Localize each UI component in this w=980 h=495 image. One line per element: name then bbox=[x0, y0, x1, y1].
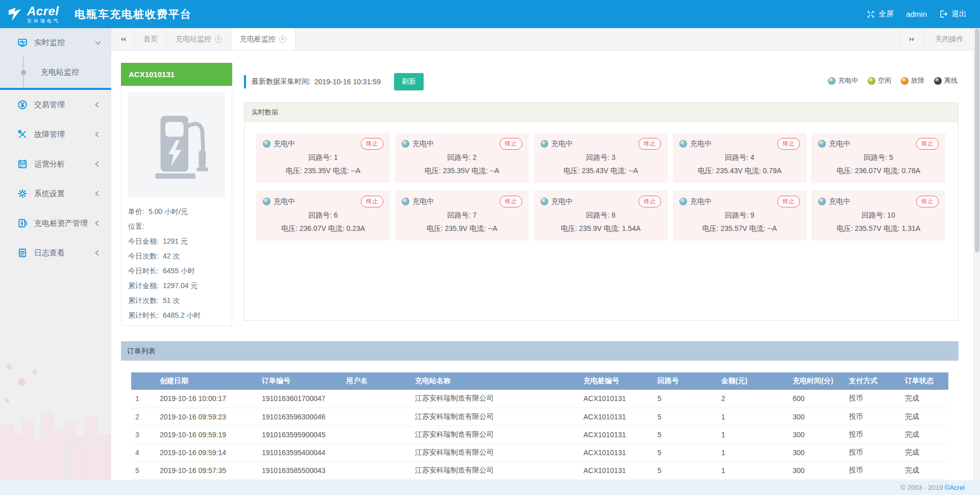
collect-time-bar: 最新数据采集时间: 2019-10-16 10:31:59 刷新 bbox=[244, 73, 424, 90]
circuit-number: 回路号: 9 bbox=[679, 211, 800, 220]
circuit-card: 充电中终止回路号: 4电压: 235.43V 电流: 0.79A bbox=[673, 133, 806, 183]
fullscreen-button[interactable]: 全屏 bbox=[867, 9, 894, 19]
terminate-button[interactable]: 终止 bbox=[639, 196, 661, 207]
circuit-number: 回路号: 1 bbox=[263, 153, 383, 162]
legend-item: 故障 bbox=[901, 76, 924, 85]
circuit-card: 充电中终止回路号: 8电压: 235.9V 电流: 1.54A bbox=[534, 191, 668, 241]
card-status-label: 充电中 bbox=[551, 139, 573, 149]
sidebar-item-system-settings[interactable]: 系统设置 bbox=[0, 179, 111, 208]
orders-column-header: 充电时间(分) bbox=[789, 372, 845, 390]
device-stat: 今日次数:42 次 bbox=[128, 249, 225, 264]
fullscreen-label: 全屏 bbox=[878, 9, 894, 19]
voltage-current: 电压: 235.9V 电流: 1.54A bbox=[541, 224, 661, 233]
circuit-card: 充电中终止回路号: 6电压: 236.07V 电流: 0.23A bbox=[256, 191, 390, 241]
tab-label: 首页 bbox=[143, 35, 158, 44]
charging-status-sphere-icon bbox=[818, 140, 826, 148]
terminate-button[interactable]: 终止 bbox=[500, 138, 522, 150]
terminate-button[interactable]: 终止 bbox=[639, 138, 661, 150]
charging-pile-icon bbox=[144, 107, 209, 183]
tab-home[interactable]: 首页 bbox=[135, 28, 167, 50]
card-status-label: 充电中 bbox=[690, 197, 712, 206]
close-operations-button[interactable]: 关闭操作 bbox=[923, 28, 975, 50]
charging-status-sphere-icon bbox=[402, 140, 409, 148]
orders-column-header: 充电站名称 bbox=[411, 372, 579, 390]
order-list-section: 订单列表 创建日期订单编号用户名充电站名称充电桩编号回路号金额(元)充电时间(分… bbox=[121, 341, 959, 480]
logout-label: 退出 bbox=[951, 9, 967, 19]
terminate-button[interactable]: 终止 bbox=[361, 196, 383, 207]
terminate-button[interactable]: 终止 bbox=[777, 138, 800, 150]
tabs-scroll-left-button[interactable] bbox=[111, 28, 135, 50]
tabs-scroll-right-button[interactable] bbox=[900, 28, 923, 50]
sidebar-subitem-station-monitor[interactable]: 充电站监控 bbox=[0, 57, 111, 88]
collect-time-label: 最新数据采集时间: bbox=[252, 77, 311, 86]
sidebar-item-transaction-management[interactable]: 交易管理 bbox=[0, 90, 111, 120]
legend-item: 空闲 bbox=[868, 76, 891, 85]
voltage-current: 电压: 236.07V 电流: 0.78A bbox=[818, 167, 939, 176]
order-row[interactable]: 22019-10-16 09:59:231910163596300046江苏安科… bbox=[131, 408, 948, 426]
orders-column-header: 创建日期 bbox=[156, 372, 258, 390]
terminate-button[interactable]: 终止 bbox=[777, 196, 800, 207]
legend-item: 充电中 bbox=[828, 76, 858, 85]
tab-station-monitor[interactable]: 充电站监控× bbox=[167, 28, 231, 50]
terminate-button[interactable]: 终止 bbox=[361, 138, 383, 150]
double-right-arrow-icon bbox=[908, 36, 916, 43]
timeline-decoration bbox=[23, 57, 24, 88]
circuit-card: 充电中终止回路号: 7电压: 235.9V 电流: --A bbox=[395, 191, 529, 241]
circuit-number: 回路号: 10 bbox=[818, 211, 939, 220]
voltage-current: 电压: 235.57V 电流: 1.31A bbox=[818, 224, 939, 233]
sidebar-item-log-view[interactable]: 日志查看 bbox=[0, 238, 111, 268]
orders-table-header: 创建日期订单编号用户名充电站名称充电桩编号回路号金额(元)充电时间(分)支付方式… bbox=[131, 372, 948, 390]
chevron-left-icon bbox=[95, 250, 101, 255]
chevron-left-icon bbox=[95, 102, 101, 107]
circuit-card: 充电中终止回路号: 9电压: 235.57V 电流: --A bbox=[673, 191, 806, 241]
card-status-label: 充电中 bbox=[412, 139, 434, 149]
orders-column-header: 充电桩编号 bbox=[579, 372, 653, 390]
vertical-scrollbar[interactable] bbox=[973, 28, 980, 480]
circuit-card: 充电中终止回路号: 2电压: 235.35V 电流: --A bbox=[395, 133, 529, 183]
orders-column-header: 订单编号 bbox=[258, 372, 342, 390]
order-row[interactable]: 32019-10-16 09:59:191910163595900045江苏安科… bbox=[131, 426, 948, 443]
sidebar-item-operation-analysis[interactable]: 运营分析 bbox=[0, 149, 111, 179]
tab-bar: 首页充电站监控×充电桩监控× 关闭操作 bbox=[111, 28, 980, 51]
scrollbar-thumb[interactable] bbox=[975, 29, 979, 252]
order-row[interactable]: 12019-10-16 10:00:171910163601700047江苏安科… bbox=[131, 390, 948, 408]
sidebar-item-fault-management[interactable]: 故障管理 bbox=[0, 120, 111, 149]
orders-column-header bbox=[131, 372, 156, 390]
refresh-button[interactable]: 刷新 bbox=[394, 73, 424, 90]
device-stat: 累计次数:51 次 bbox=[128, 293, 225, 308]
order-row[interactable]: 42019-10-16 09:59:141910163595400044江苏安科… bbox=[131, 443, 948, 461]
username: admin bbox=[906, 10, 927, 18]
orders-table: 创建日期订单编号用户名充电站名称充电桩编号回路号金额(元)充电时间(分)支付方式… bbox=[131, 372, 948, 480]
sidebar-item-pile-asset-management[interactable]: 充电桩资产管理 bbox=[0, 208, 111, 238]
legend-item: 离线 bbox=[934, 76, 958, 85]
terminate-button[interactable]: 终止 bbox=[916, 138, 939, 150]
tab-label: 充电站监控 bbox=[176, 35, 211, 44]
card-status-label: 充电中 bbox=[829, 139, 850, 149]
chevron-left-icon bbox=[95, 191, 101, 196]
device-stat: 累计金额:1297.04 元 bbox=[128, 278, 225, 293]
terminate-button[interactable]: 终止 bbox=[916, 196, 939, 207]
tab-close-icon[interactable]: × bbox=[215, 36, 222, 43]
circuit-cards: 充电中终止回路号: 1电压: 235.35V 电流: --A充电中终止回路号: … bbox=[244, 122, 958, 251]
logout-button[interactable]: 退出 bbox=[939, 9, 967, 19]
device-stat: 位置: bbox=[128, 219, 225, 234]
tab-pile-monitor[interactable]: 充电桩监控× bbox=[231, 28, 296, 50]
status-sphere-icon bbox=[828, 77, 836, 85]
terminate-button[interactable]: 终止 bbox=[500, 196, 522, 207]
card-status-label: 充电中 bbox=[551, 197, 573, 206]
footer: © 2003 - 2019 ©Acrel bbox=[0, 480, 980, 495]
orders-column-header: 用户名 bbox=[342, 372, 411, 390]
realtime-data-panel: 实时数据 充电中终止回路号: 1电压: 235.35V 电流: --A充电中终止… bbox=[244, 102, 959, 321]
asset-icon bbox=[17, 218, 28, 228]
sidebar-item-realtime-monitor[interactable]: 实时监控 bbox=[0, 28, 111, 57]
log-icon bbox=[17, 248, 28, 258]
footer-brand-link[interactable]: ©Acrel bbox=[945, 484, 965, 491]
copyright-text: © 2003 - 2019 bbox=[901, 484, 945, 491]
status-legend: 充电中空闲故障离线 bbox=[828, 76, 958, 85]
order-row[interactable]: 52019-10-16 09:57:351910163585500043江苏安科… bbox=[131, 461, 948, 479]
card-status-label: 充电中 bbox=[829, 197, 850, 206]
tab-close-icon[interactable]: × bbox=[279, 36, 286, 43]
user-menu[interactable]: admin bbox=[906, 10, 927, 18]
circuit-number: 回路号: 7 bbox=[402, 211, 522, 220]
sidebar: 实时监控充电站监控交易管理故障管理运营分析系统设置充电桩资产管理日志查看 bbox=[0, 28, 111, 480]
